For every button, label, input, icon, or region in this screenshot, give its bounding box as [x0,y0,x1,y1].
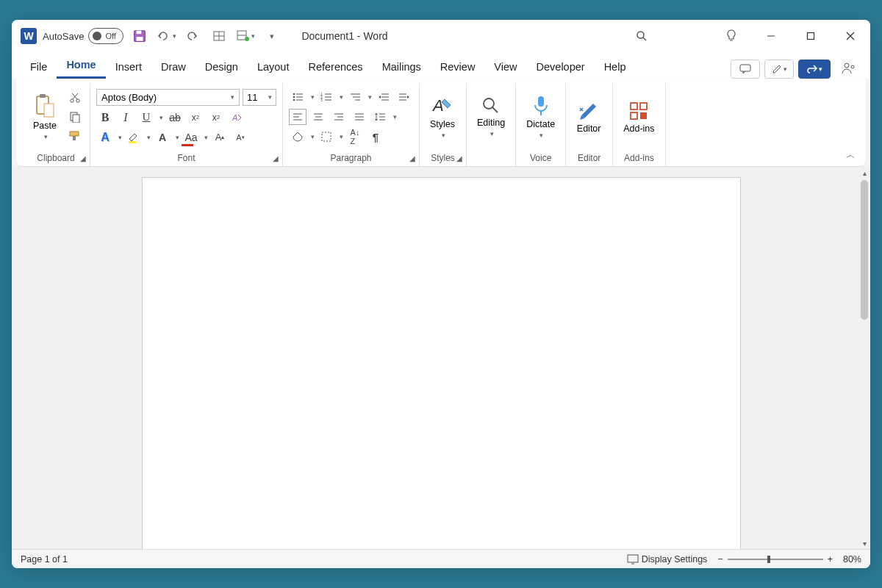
bullets-button[interactable] [289,89,306,105]
autosave-pill[interactable]: Off [88,28,123,44]
save-button[interactable] [129,26,150,46]
shrink-font-button[interactable]: A▾ [232,129,249,146]
change-case-button[interactable]: Aa [182,129,200,146]
paragraph-launcher-icon[interactable]: ◢ [407,153,417,163]
zoom-in-button[interactable]: + [828,554,833,564]
styles-button[interactable]: A Styles▾ [426,93,459,140]
font-size-select[interactable]: 11▾ [243,89,276,106]
vertical-scrollbar[interactable]: ▴ ▾ [858,167,870,549]
qat-grid-icon[interactable] [209,26,229,46]
minimize-button[interactable] [754,20,788,52]
editing-button[interactable]: Editing▾ [473,95,509,139]
ribbon: Paste ▾ Clipboard ◢ Aptos (Body)▾ 11▾ [16,79,866,167]
group-font: Aptos (Body)▾ 11▾ B I U▾ ab x2 x2 A A▾ [90,83,283,166]
sort-button[interactable]: A↓Z [346,129,364,145]
clear-formatting-button[interactable]: A [228,110,245,126]
justify-button[interactable] [351,109,368,125]
scroll-down-icon[interactable]: ▾ [858,537,870,549]
svg-point-8 [245,37,249,41]
cut-button[interactable] [66,90,84,106]
tab-developer[interactable]: Developer [527,57,595,79]
page-count[interactable]: Page 1 of 1 [21,554,68,564]
font-color-button[interactable]: A [154,129,171,146]
tab-review[interactable]: Review [431,57,485,79]
format-painter-button[interactable] [66,128,84,144]
paste-button[interactable]: Paste ▾ [28,92,62,142]
line-spacing-button[interactable] [371,109,389,125]
qat-table-icon[interactable]: ▾ [235,26,256,46]
share-button[interactable]: ▾ [798,60,831,79]
increase-indent-button[interactable] [395,89,413,105]
superscript-button[interactable]: x2 [207,110,225,126]
font-name-select[interactable]: Aptos (Body)▾ [96,89,240,106]
copy-button[interactable] [66,109,84,125]
svg-rect-72 [538,96,544,107]
dictate-button[interactable]: Dictate▾ [522,93,559,140]
collapse-ribbon-button[interactable]: ︿ [846,148,856,162]
paste-label: Paste [33,121,57,131]
italic-button[interactable]: I [117,110,135,126]
editing-mode-button[interactable]: ▾ [764,60,794,79]
undo-button[interactable]: ▾ [156,26,176,46]
grow-font-button[interactable]: A▴ [211,129,229,146]
align-left-button[interactable] [289,109,306,125]
zoom-out-button[interactable]: − [717,554,723,564]
zoom-slider[interactable] [728,559,823,560]
qat-customize-button[interactable]: ▾ [262,26,282,46]
tab-help[interactable]: Help [595,57,636,79]
numbering-button[interactable]: 123 [318,89,335,105]
svg-point-32 [293,93,295,96]
borders-button[interactable] [318,129,335,145]
strikethrough-button[interactable]: ab [166,110,184,126]
tab-mailings[interactable]: Mailings [373,57,431,79]
svg-rect-2 [137,37,143,41]
document-page[interactable] [142,177,741,549]
decrease-indent-button[interactable] [375,89,392,105]
svg-rect-76 [631,112,637,119]
scroll-thumb[interactable] [861,180,868,320]
close-button[interactable] [833,20,867,52]
autosave-toggle[interactable]: AutoSave Off [43,28,123,44]
editor-group-label: Editor [572,151,606,166]
tips-icon[interactable] [714,20,748,52]
tab-file[interactable]: File [21,57,57,79]
tab-references[interactable]: References [298,57,372,79]
group-editor: Editor Editor [566,83,613,166]
align-center-button[interactable] [309,109,327,125]
editor-button[interactable]: Editor [572,99,606,135]
tab-layout[interactable]: Layout [248,57,299,79]
subscript-button[interactable]: x2 [187,110,204,126]
clipboard-launcher-icon[interactable]: ◢ [78,153,88,163]
editing-label: Editing [477,118,505,128]
font-launcher-icon[interactable]: ◢ [270,153,281,163]
highlight-button[interactable] [125,129,143,146]
addins-button[interactable]: Add-ins [619,99,659,135]
tab-design[interactable]: Design [196,57,248,79]
account-icon[interactable] [836,58,861,79]
svg-text:A: A [431,96,444,115]
tab-home[interactable]: Home [57,54,105,79]
styles-launcher-icon[interactable]: ◢ [454,153,465,163]
scroll-up-icon[interactable]: ▴ [858,167,870,179]
autosave-label: AutoSave [43,31,84,42]
display-settings-button[interactable]: Display Settings [642,554,708,564]
display-settings-icon[interactable] [627,554,639,564]
shading-button[interactable] [289,129,306,145]
bold-button[interactable]: B [96,110,114,126]
multilevel-list-button[interactable] [346,89,364,105]
tab-draw[interactable]: Draw [151,57,196,79]
zoom-level[interactable]: 80% [843,554,861,564]
search-button[interactable] [625,20,659,52]
comments-button[interactable] [731,60,760,79]
tab-view[interactable]: View [484,57,526,79]
align-right-button[interactable] [330,109,348,125]
show-marks-button[interactable]: ¶ [367,129,384,145]
addins-group-label: Add-ins [619,151,659,166]
text-effects-button[interactable]: A [96,129,114,146]
svg-rect-13 [808,33,814,40]
underline-button[interactable]: U [137,110,155,126]
tab-insert[interactable]: Insert [106,57,151,79]
autosave-state: Off [105,32,115,40]
maximize-button[interactable] [794,20,828,52]
redo-button[interactable] [182,26,203,46]
